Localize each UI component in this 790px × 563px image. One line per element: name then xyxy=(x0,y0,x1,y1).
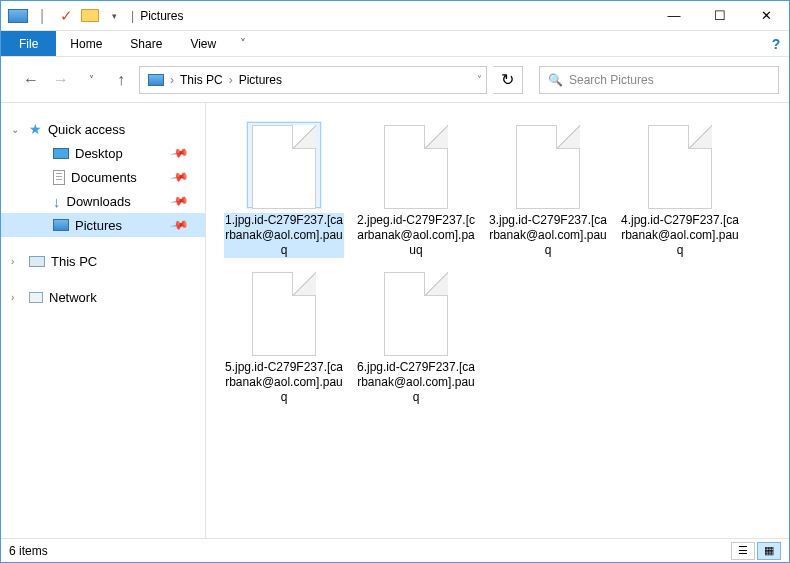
file-tab[interactable]: File xyxy=(1,31,56,56)
expand-icon[interactable]: ⌄ xyxy=(11,124,19,135)
tab-home[interactable]: Home xyxy=(56,31,116,56)
file-name: 6.jpg.id-C279F237.[carbanak@aol.com].pau… xyxy=(356,360,476,405)
desktop-icon xyxy=(53,148,69,159)
tab-share[interactable]: Share xyxy=(116,31,176,56)
recent-locations-icon[interactable]: ˅ xyxy=(79,68,103,92)
pictures-icon xyxy=(53,219,69,231)
pin-icon: 📌 xyxy=(169,143,189,163)
sidebar-item-pictures[interactable]: Pictures 📌 xyxy=(1,213,205,237)
address-dropdown-icon[interactable]: ˅ xyxy=(477,74,482,85)
view-details-button[interactable]: ☰ xyxy=(731,542,755,560)
navigation-bar: ← → ˅ ↑ › This PC › Pictures ˅ ↻ 🔍 Searc… xyxy=(1,57,789,103)
pin-icon: 📌 xyxy=(169,215,189,235)
address-bar[interactable]: › This PC › Pictures ˅ xyxy=(139,66,487,94)
file-name: 4.jpg.id-C279F237.[carbanak@aol.com].pau… xyxy=(620,213,740,258)
file-name: 3.jpg.id-C279F237.[carbanak@aol.com].pau… xyxy=(488,213,608,258)
search-icon: 🔍 xyxy=(548,73,563,87)
minimize-button[interactable]: — xyxy=(651,1,697,31)
download-icon: ↓ xyxy=(53,193,61,210)
file-item[interactable]: 6.jpg.id-C279F237.[carbanak@aol.com].pau… xyxy=(356,268,476,405)
file-icon xyxy=(246,121,322,209)
title-bar: | ✓ ▾ | Pictures — ☐ ✕ xyxy=(1,1,789,31)
file-name: 1.jpg.id-C279F237.[carbanak@aol.com].pau… xyxy=(224,213,344,258)
sidebar-quick-access[interactable]: ⌄ ★ Quick access xyxy=(1,117,205,141)
sidebar-item-label: Network xyxy=(49,290,97,305)
pc-icon xyxy=(29,256,45,267)
file-icon xyxy=(378,121,454,209)
qat-properties-icon[interactable]: ✓ xyxy=(55,5,77,27)
pin-icon: 📌 xyxy=(169,167,189,187)
file-icon xyxy=(642,121,718,209)
sidebar-item-documents[interactable]: Documents 📌 xyxy=(1,165,205,189)
ribbon-expand-icon[interactable]: ˅ xyxy=(230,31,256,56)
quick-access-toolbar: | ✓ ▾ xyxy=(1,5,125,27)
navigation-pane: ⌄ ★ Quick access Desktop 📌 Documents 📌 ↓… xyxy=(1,103,206,538)
file-item[interactable]: 1.jpg.id-C279F237.[carbanak@aol.com].pau… xyxy=(224,121,344,258)
file-item[interactable]: 3.jpg.id-C279F237.[carbanak@aol.com].pau… xyxy=(488,121,608,258)
breadcrumb-thispc[interactable]: This PC xyxy=(176,73,227,87)
file-name: 2.jpeg.id-C279F237.[carbanak@aol.com].pa… xyxy=(356,213,476,258)
file-icon xyxy=(246,268,322,356)
tab-view[interactable]: View xyxy=(176,31,230,56)
sidebar-item-desktop[interactable]: Desktop 📌 xyxy=(1,141,205,165)
view-icons-button[interactable]: ▦ xyxy=(757,542,781,560)
file-icon xyxy=(510,121,586,209)
qat-separator: | xyxy=(31,5,53,27)
network-icon xyxy=(29,292,43,303)
up-button[interactable]: ↑ xyxy=(109,68,133,92)
breadcrumb-pictures[interactable]: Pictures xyxy=(235,73,286,87)
sidebar-item-label: Pictures xyxy=(75,218,122,233)
sidebar-item-label: Quick access xyxy=(48,122,125,137)
sidebar-item-downloads[interactable]: ↓ Downloads 📌 xyxy=(1,189,205,213)
search-placeholder: Search Pictures xyxy=(569,73,654,87)
file-item[interactable]: 2.jpeg.id-C279F237.[carbanak@aol.com].pa… xyxy=(356,121,476,258)
explorer-app-icon xyxy=(7,5,29,27)
maximize-button[interactable]: ☐ xyxy=(697,1,743,31)
file-name: 5.jpg.id-C279F237.[carbanak@aol.com].pau… xyxy=(224,360,344,405)
expand-icon[interactable]: › xyxy=(11,292,14,303)
forward-button[interactable]: → xyxy=(49,68,73,92)
chevron-right-icon: › xyxy=(227,73,235,87)
ribbon-tabs: File Home Share View ˅ ? xyxy=(1,31,789,57)
back-button[interactable]: ← xyxy=(19,68,43,92)
qat-dropdown-icon[interactable]: ▾ xyxy=(103,5,125,27)
qat-newfolder-icon[interactable] xyxy=(79,5,101,27)
address-icon xyxy=(144,74,168,86)
sidebar-network[interactable]: › Network xyxy=(1,285,205,309)
refresh-button[interactable]: ↻ xyxy=(493,66,523,94)
sidebar-item-label: Downloads xyxy=(67,194,131,209)
file-item[interactable]: 4.jpg.id-C279F237.[carbanak@aol.com].pau… xyxy=(620,121,740,258)
sidebar-item-label: Documents xyxy=(71,170,137,185)
item-count: 6 items xyxy=(9,544,48,558)
status-bar: 6 items ☰ ▦ xyxy=(1,538,789,562)
sidebar-item-label: This PC xyxy=(51,254,97,269)
document-icon xyxy=(53,170,65,185)
file-list[interactable]: 1.jpg.id-C279F237.[carbanak@aol.com].pau… xyxy=(206,103,789,538)
pin-icon: 📌 xyxy=(169,191,189,211)
title-bar-separator: | xyxy=(131,9,134,23)
chevron-right-icon: › xyxy=(168,73,176,87)
sidebar-this-pc[interactable]: › This PC xyxy=(1,249,205,273)
expand-icon[interactable]: › xyxy=(11,256,14,267)
star-icon: ★ xyxy=(29,121,42,137)
sidebar-item-label: Desktop xyxy=(75,146,123,161)
search-input[interactable]: 🔍 Search Pictures xyxy=(539,66,779,94)
file-icon xyxy=(378,268,454,356)
file-item[interactable]: 5.jpg.id-C279F237.[carbanak@aol.com].pau… xyxy=(224,268,344,405)
help-icon[interactable]: ? xyxy=(763,31,789,56)
close-button[interactable]: ✕ xyxy=(743,1,789,31)
window-title: Pictures xyxy=(140,9,183,23)
